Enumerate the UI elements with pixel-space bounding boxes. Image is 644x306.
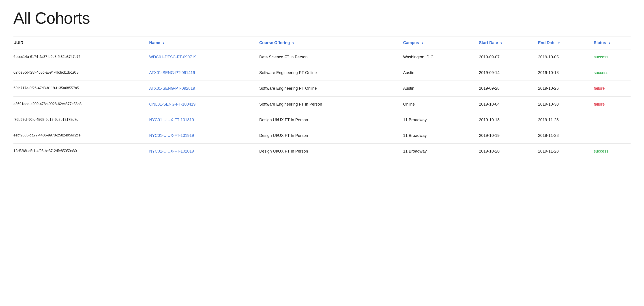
table-row: 65fd717e-0f26-47d3-b119-f135a68557a5ATX0…	[14, 81, 630, 96]
cell-end-date: 2019-10-26	[538, 81, 594, 96]
cell-uuid: e5691eaa-e909-478c-9028-62ec377e58b8	[14, 96, 149, 112]
table-row: eebf2383-da77-4486-9978-25824956c2ceNYC0…	[14, 128, 630, 143]
table-row: 12c52f8f-e5f1-4f93-be37-2dfe85050a30NYC0…	[14, 144, 630, 159]
cell-campus: 11 Broadway	[403, 112, 479, 128]
cell-name[interactable]: ATX01-SENG-PT-092819	[149, 81, 259, 96]
cell-start-date: 2019-09-07	[479, 49, 538, 65]
cell-start-date: 2019-09-14	[479, 65, 538, 81]
cell-start-date: 2019-10-19	[479, 128, 538, 143]
cell-uuid: 65fd717e-0f26-47d3-b119-f135a68557a5	[14, 81, 149, 96]
cell-uuid: 02fde5cd-f25f-468d-a594-4bded1d519c5	[14, 65, 149, 81]
cell-course-offering: Software Engineering PT Online	[259, 65, 403, 81]
cohort-name-link[interactable]: NYC01-UIUX-FT-101819	[149, 118, 194, 122]
cell-uuid: 6bcec14a-6174-4a37-b0d8-f432b3747b76	[14, 49, 149, 65]
cell-uuid: eebf2383-da77-4486-9978-25824956c2ce	[14, 128, 149, 143]
cell-course-offering: Software Engineering FT In Person	[259, 96, 403, 112]
sort-arrow-campus: ▼	[421, 42, 424, 45]
col-header-uuid: UUID	[14, 36, 149, 49]
cell-status: failure	[594, 81, 630, 96]
cell-status	[594, 112, 630, 128]
cell-start-date: 2019-10-18	[479, 112, 538, 128]
cohorts-table: UUID Name ▼ Course Offering ▼ Campus ▼ S…	[14, 36, 630, 159]
cell-end-date: 2019-10-30	[538, 96, 594, 112]
sort-arrow-status: ▼	[608, 42, 611, 45]
cell-end-date: 2019-11-28	[538, 112, 594, 128]
col-header-start-date[interactable]: Start Date ▼	[479, 36, 538, 49]
col-header-course-offering[interactable]: Course Offering ▼	[259, 36, 403, 49]
cohort-name-link[interactable]: NYC01-UIUX-FT-101919	[149, 133, 194, 138]
cell-start-date: 2019-10-20	[479, 144, 538, 159]
sort-arrow-course: ▼	[292, 42, 295, 45]
col-header-end-date[interactable]: End Date ▼	[538, 36, 594, 49]
cell-end-date: 2019-10-18	[538, 65, 594, 81]
table-row: f76b93cf-90fc-4568-9d15-9c8b13178d7dNYC0…	[14, 112, 630, 128]
cell-uuid: 12c52f8f-e5f1-4f93-be37-2dfe85050a30	[14, 144, 149, 159]
table-row: 6bcec14a-6174-4a37-b0d8-f432b3747b76WDC0…	[14, 49, 630, 65]
table-header-row: UUID Name ▼ Course Offering ▼ Campus ▼ S…	[14, 36, 630, 49]
cell-course-offering: Design UI/UX FT In Person	[259, 128, 403, 143]
cell-course-offering: Software Engineering PT Online	[259, 81, 403, 96]
cell-status: success	[594, 144, 630, 159]
cell-end-date: 2019-11-28	[538, 128, 594, 143]
cell-campus: Austin	[403, 65, 479, 81]
cell-name[interactable]: ATX01-SENG-PT-091419	[149, 65, 259, 81]
cell-campus: Austin	[403, 81, 479, 96]
cell-end-date: 2019-10-05	[538, 49, 594, 65]
cohort-name-link[interactable]: ONL01-SENG-FT-100419	[149, 102, 196, 106]
cell-campus: 11 Broadway	[403, 144, 479, 159]
cell-start-date: 2019-09-28	[479, 81, 538, 96]
cohort-name-link[interactable]: WDC01-DTSC-FT-090719	[149, 55, 196, 59]
table-row: e5691eaa-e909-478c-9028-62ec377e58b8ONL0…	[14, 96, 630, 112]
sort-arrow-end-date: ▼	[558, 42, 560, 45]
col-header-name[interactable]: Name ▼	[149, 36, 259, 49]
page-title: All Cohorts	[14, 9, 630, 27]
cohort-name-link[interactable]: ATX01-SENG-PT-092819	[149, 86, 195, 91]
cell-name[interactable]: WDC01-DTSC-FT-090719	[149, 49, 259, 65]
cell-name[interactable]: NYC01-UIUX-FT-101919	[149, 128, 259, 143]
cell-campus: Online	[403, 96, 479, 112]
cell-course-offering: Design UI/UX FT In Person	[259, 112, 403, 128]
cell-course-offering: Design UI/UX FT In Person	[259, 144, 403, 159]
sort-arrow-start-date: ▼	[500, 42, 503, 45]
sort-arrow-name: ▼	[162, 42, 165, 45]
cell-status: success	[594, 65, 630, 81]
cell-end-date: 2019-11-28	[538, 144, 594, 159]
table-row: 02fde5cd-f25f-468d-a594-4bded1d519c5ATX0…	[14, 65, 630, 81]
cell-start-date: 2019-10-04	[479, 96, 538, 112]
col-header-status[interactable]: Status ▼	[594, 36, 630, 49]
cell-name[interactable]: NYC01-UIUX-FT-101819	[149, 112, 259, 128]
cell-status: success	[594, 49, 630, 65]
cell-uuid: f76b93cf-90fc-4568-9d15-9c8b13178d7d	[14, 112, 149, 128]
cell-name[interactable]: NYC01-UIUX-FT-102019	[149, 144, 259, 159]
cohort-name-link[interactable]: ATX01-SENG-PT-091419	[149, 70, 195, 75]
col-header-campus[interactable]: Campus ▼	[403, 36, 479, 49]
cohort-name-link[interactable]: NYC01-UIUX-FT-102019	[149, 149, 194, 153]
cell-status: failure	[594, 96, 630, 112]
cell-course-offering: Data Science FT In Person	[259, 49, 403, 65]
cell-campus: 11 Broadway	[403, 128, 479, 143]
cell-status	[594, 128, 630, 143]
cell-campus: Washington, D.C.	[403, 49, 479, 65]
cell-name[interactable]: ONL01-SENG-FT-100419	[149, 96, 259, 112]
